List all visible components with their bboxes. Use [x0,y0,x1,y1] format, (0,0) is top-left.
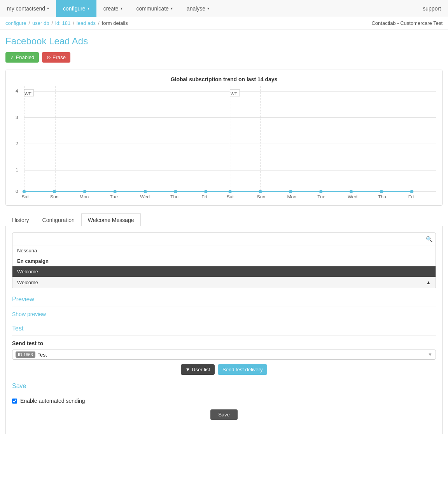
search-dropdown: 🔍 Nessuna En campaign Welcome Welcome ▲ [12,233,436,288]
test-buttons: ▼ User list Send test delivery [12,364,436,375]
send-test-delivery-button[interactable]: Send test delivery [218,364,267,375]
nav-create-caret: ▾ [121,6,122,10]
tab-history[interactable]: History [5,213,36,226]
tab-content-welcome-message: 🔍 Nessuna En campaign Welcome Welcome ▲ … [5,226,443,434]
breadcrumb-id[interactable]: id: 181 [55,20,70,26]
send-test-input-row: ID:1663 ▼ [12,350,436,360]
svg-point-26 [259,190,262,193]
svg-point-28 [319,190,323,193]
svg-text:Sun: Sun [257,194,266,199]
preview-title: Preview [12,296,436,306]
chart-area: 4 3 2 1 0 [12,86,436,199]
svg-text:Fri: Fri [408,194,414,199]
svg-text:Fri: Fri [201,194,207,199]
svg-text:Mon: Mon [80,194,89,199]
svg-text:Tue: Tue [110,194,118,199]
search-input[interactable] [16,234,426,243]
save-button-row: Save [12,409,436,420]
nav-create[interactable]: create ▾ [96,0,130,17]
send-test-dropdown-arrow[interactable]: ▼ [428,352,432,357]
breadcrumb-sep-1: / [28,20,30,26]
tab-configuration[interactable]: Configuration [36,213,81,226]
svg-point-29 [350,190,353,193]
breadcrumb-sep-4: / [98,20,100,26]
breadcrumb: configure / user db / id: 181 / lead ads… [5,20,128,26]
test-title: Test [12,325,436,336]
svg-text:0: 0 [16,189,18,194]
svg-point-30 [380,190,383,193]
nav-configure[interactable]: configure ▾ [56,0,96,17]
nav-analyse[interactable]: analyse ▾ [180,0,216,17]
breadcrumb-bar: configure / user db / id: 181 / lead ads… [0,17,448,30]
user-list-button[interactable]: ▼ User list [181,364,215,375]
search-input-row: 🔍 [12,233,436,245]
breadcrumb-lead-ads[interactable]: lead ads [77,20,96,26]
enable-automated-label: Enable automated sending [20,398,85,404]
svg-point-20 [83,190,86,193]
send-test-input[interactable] [38,352,428,358]
page-title: Facebook Lead Ads [5,36,443,47]
svg-point-31 [410,190,413,193]
nav-communicate-label: communicate [136,5,169,12]
svg-point-18 [23,190,26,193]
chart-title: Global subscription trend on last 14 day… [12,76,436,82]
nav-support[interactable]: support [416,0,448,17]
org-name: Contactlab - Customercare Test [371,20,443,26]
tabs: History Configuration Welcome Message [5,213,443,226]
svg-point-21 [113,190,117,193]
dropdown-welcome-selected[interactable]: Welcome [12,266,436,277]
show-preview-link[interactable]: Show preview [12,311,46,317]
chart-container: Global subscription trend on last 14 day… [5,70,443,206]
svg-point-27 [289,190,292,193]
save-section: Save Enable automated sending Save [12,383,436,420]
breadcrumb-sep-2: / [51,20,53,26]
nav-analyse-caret: ▾ [207,6,209,10]
preview-section: Preview Show preview [12,296,436,317]
svg-text:Wed: Wed [348,194,357,199]
svg-text:Tue: Tue [317,194,326,199]
save-title: Save [12,383,436,393]
svg-text:WE: WE [231,91,238,96]
breadcrumb-configure[interactable]: configure [5,20,26,26]
svg-point-24 [204,190,208,193]
save-button[interactable]: Save [210,409,238,420]
enabled-button[interactable]: ✓ Enabled [5,52,39,63]
nav-my-contactsend-caret: ▾ [47,6,49,10]
enable-automated-checkbox[interactable] [12,399,17,404]
top-navigation: my contactsend ▾ configure ▾ create ▾ co… [0,0,448,17]
nav-communicate-caret: ▾ [171,6,173,10]
nav-configure-caret: ▾ [88,6,89,10]
tab-welcome-message[interactable]: Welcome Message [81,213,141,226]
search-icon: 🔍 [426,236,432,242]
checkbox-row: Enable automated sending [12,398,436,404]
svg-text:1: 1 [16,167,18,173]
nav-my-contactsend-label: my contactsend [7,5,45,12]
svg-text:3: 3 [16,115,18,120]
breadcrumb-form-details: form details [102,20,128,26]
svg-point-23 [174,190,177,193]
erase-button[interactable]: ⊘ Erase [42,52,70,63]
svg-text:2: 2 [16,141,18,147]
svg-text:Sat: Sat [21,194,29,199]
breadcrumb-sep-3: / [73,20,74,26]
svg-text:Sat: Sat [227,194,234,199]
nav-my-contactsend[interactable]: my contactsend ▾ [0,0,56,17]
svg-text:4: 4 [16,88,18,94]
nav-communicate[interactable]: communicate ▾ [130,0,180,17]
svg-text:Sun: Sun [50,194,59,199]
tag-badge: ID:1663 [16,351,35,358]
breadcrumb-user-db[interactable]: user db [32,20,49,26]
nav-create-label: create [103,5,119,12]
nav-analyse-label: analyse [187,5,205,12]
action-buttons: ✓ Enabled ⊘ Erase [5,52,443,63]
svg-text:Wed: Wed [140,194,150,199]
nav-configure-label: configure [63,5,86,12]
dropdown-nessuna[interactable]: Nessuna [12,245,436,256]
svg-point-25 [228,190,232,193]
dropdown-group-label: En campaign [12,256,436,266]
svg-point-19 [53,190,56,193]
send-test-label: Send test to [12,340,436,346]
dropdown-selected-bar: Welcome ▲ [12,277,436,288]
nav-support-label: support [423,5,441,12]
test-section: Test Send test to ID:1663 ▼ ▼ User list … [12,325,436,375]
